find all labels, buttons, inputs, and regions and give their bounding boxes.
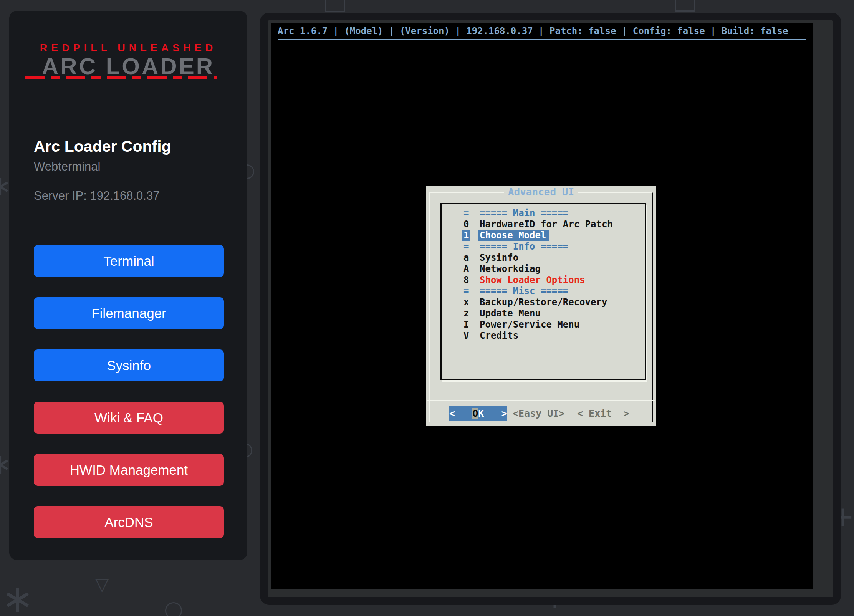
menu-item-key: A	[463, 263, 469, 275]
dialog-button-separator	[427, 400, 655, 401]
sidebar-button-sysinfo[interactable]: Sysinfo	[34, 349, 224, 381]
menu-item-key: x	[463, 297, 469, 308]
page-title: Arc Loader Config	[34, 137, 171, 156]
menu-item-label: Networkdiag	[480, 263, 541, 275]
advanced-ui-dialog: Advanced UI ====== Main =====0HardwareID…	[426, 186, 656, 426]
sidebar-buttons: TerminalFilemanagerSysinfoWiki & FAQHWID…	[34, 245, 224, 538]
menu-item-label: Backup/Restore/Recovery	[480, 297, 607, 308]
decor-square	[325, 0, 345, 12]
cursor: O	[472, 408, 478, 419]
dialog-menu-item-1[interactable]: 0HardwareID for Arc Patch	[442, 219, 645, 230]
exit-button[interactable]: < Exit >	[577, 406, 629, 421]
sidebar-button-arcdns[interactable]: ArcDNS	[34, 506, 224, 538]
menu-item-label: Power/Service Menu	[480, 319, 579, 330]
menu-item-label: ===== Misc =====	[480, 286, 568, 297]
menu-item-key: =	[463, 241, 469, 252]
decor-circle	[165, 602, 182, 616]
menu-item-label: ===== Main =====	[480, 208, 568, 219]
decor-asterisk-icon: ∗	[2, 579, 34, 616]
menu-item-label: Choose Model	[478, 230, 549, 241]
menu-item-label: Update Menu	[480, 308, 541, 319]
menu-item-key: z	[463, 308, 469, 319]
menu-item-label: HardwareID for Arc Patch	[480, 219, 613, 230]
dialog-menu-item-6[interactable]: 8Show Loader Options	[442, 275, 645, 286]
menu-item-label: Show Loader Options	[480, 275, 585, 286]
easy-ui-button[interactable]: <Easy UI>	[513, 406, 564, 421]
sidebar-button-wiki-faq[interactable]: Wiki & FAQ	[34, 402, 224, 434]
menu-item-label: Credits	[480, 330, 518, 341]
dialog-menu-item-3[interactable]: ====== Info =====	[442, 241, 645, 252]
sidebar-button-filemanager[interactable]: Filemanager	[34, 297, 224, 329]
dialog-menu-item-10[interactable]: IPower/Service Menu	[442, 319, 645, 330]
ok-button[interactable]: < OK >	[449, 406, 507, 421]
brand-tagline: REDPILL UNLEASHED	[9, 42, 247, 54]
decor-triangle-icon: ▽	[95, 575, 109, 593]
menu-item-key: =	[463, 286, 469, 297]
dialog-menu-item-9[interactable]: zUpdate Menu	[442, 308, 645, 319]
menu-item-label: ===== Info =====	[480, 241, 568, 252]
terminal-status-rule	[278, 39, 806, 40]
sidebar-button-terminal[interactable]: Terminal	[34, 245, 224, 277]
menu-item-label: Sysinfo	[480, 252, 518, 263]
server-ip-label: Server IP: 192.168.0.37	[34, 189, 159, 203]
menu-item-key: I	[463, 319, 469, 330]
menu-item-key: V	[463, 330, 469, 341]
dialog-menu: ====== Main =====0HardwareID for Arc Pat…	[440, 203, 646, 380]
terminal-screen[interactable]: Arc 1.6.7 | (Model) | (Version) | 192.16…	[271, 23, 813, 589]
menu-item-key: =	[463, 208, 469, 219]
menu-item-key: 1	[462, 230, 470, 241]
brand-dashed-line	[25, 76, 217, 79]
menu-item-key: 0	[463, 219, 469, 230]
dialog-menu-item-4[interactable]: aSysinfo	[442, 252, 645, 263]
dialog-menu-item-11[interactable]: VCredits	[442, 330, 645, 341]
sidebar-button-hwid-management[interactable]: HWID Management	[34, 454, 224, 486]
page-subtitle: Webterminal	[34, 160, 100, 174]
terminal-status-line: Arc 1.6.7 | (Model) | (Version) | 192.16…	[278, 25, 788, 38]
dialog-menu-item-2[interactable]: 1Choose Model	[442, 230, 645, 241]
dialog-menu-item-8[interactable]: xBackup/Restore/Recovery	[442, 297, 645, 308]
dialog-menu-item-5[interactable]: ANetworkdiag	[442, 263, 645, 275]
menu-item-key: a	[463, 252, 469, 263]
decor-square	[675, 0, 695, 12]
menu-item-key: 8	[463, 275, 469, 286]
sidebar: REDPILL UNLEASHED ARC LOADER Arc Loader …	[9, 11, 247, 560]
dialog-menu-item-7[interactable]: ====== Misc =====	[442, 286, 645, 297]
terminal-panel: Arc 1.6.7 | (Model) | (Version) | 192.16…	[260, 13, 841, 605]
dialog-menu-item-0[interactable]: ====== Main =====	[442, 208, 645, 219]
dialog-title: Advanced UI	[426, 187, 656, 197]
brand-logo: ARC LOADER	[9, 53, 247, 79]
